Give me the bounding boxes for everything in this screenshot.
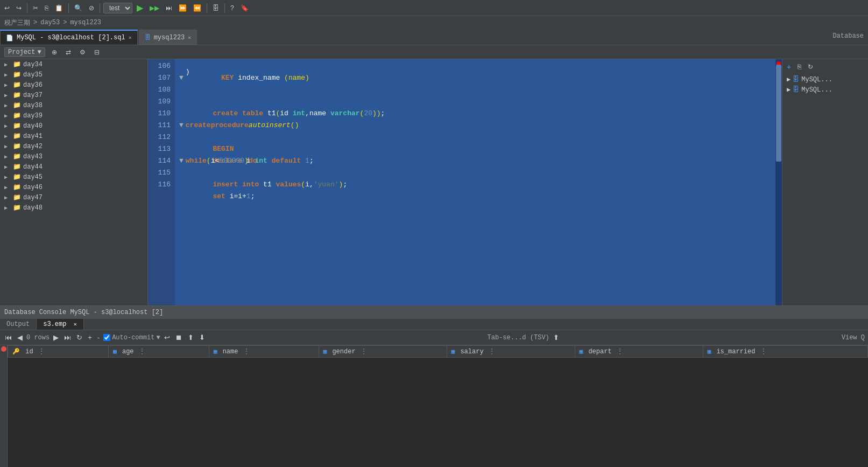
db-panel-label: Database	[832, 32, 864, 40]
tab-mysql223[interactable]: 🗄 mysql223 ✕	[139, 30, 197, 45]
project-bar: Project ▼ ⊕ ⇄ ⚙ ⊟	[0, 45, 868, 59]
auto-commit-check[interactable]	[103, 334, 110, 341]
sidebar-item-day41[interactable]: ▶ 📁 day41	[0, 131, 147, 141]
replace-btn[interactable]: ⊘	[87, 3, 96, 13]
col-salary[interactable]: ▦ salary ⋮	[447, 346, 575, 358]
sidebar-item-day35[interactable]: ▶ 📁 day35	[0, 69, 147, 80]
copy-btn[interactable]: ⎘	[43, 3, 51, 13]
tsv-export-btn[interactable]: ⬆	[552, 333, 561, 342]
auto-commit-checkbox[interactable]: Auto-commit ▼	[103, 334, 160, 341]
project-sidebar: ▶ 📁 day34 ▶ 📁 day35 ▶ 📁 day36 ▶ 📁 day37 …	[0, 59, 148, 305]
code-line-115: insert into t1 values(i,'yuan');	[175, 167, 775, 179]
sidebar-item-day46[interactable]: ▶ 📁 day46	[0, 182, 147, 192]
code-line-113: declare i int default 1;	[175, 143, 775, 155]
tab-close-1[interactable]: ✕	[188, 34, 191, 41]
settings-btn[interactable]: ⚙	[77, 47, 88, 57]
export-btn[interactable]: ⬆	[186, 333, 195, 342]
folder-icon: 📁	[13, 142, 21, 150]
arrow-icon: ▶	[4, 102, 11, 109]
arrow-icon: ▶	[4, 184, 11, 191]
data-table-container[interactable]: 🔑 id ⋮ ▦ age ⋮ ▦ name	[0, 345, 868, 467]
sidebar-item-day40[interactable]: ▶ 📁 day40	[0, 121, 147, 131]
bottom-tab-output[interactable]: Output	[0, 319, 37, 330]
folder-icon: 📁	[13, 101, 21, 109]
step3-btn[interactable]: ⏪	[191, 3, 203, 13]
breadcrumb-item-2[interactable]: mysql223	[70, 19, 101, 26]
next-row-btn[interactable]: ▶	[52, 333, 60, 342]
run-btn[interactable]: ▶	[135, 2, 145, 14]
new-project-btn[interactable]: ⊕	[50, 47, 59, 57]
db-icon-btn[interactable]: 🗄	[210, 3, 221, 13]
table-icon: ▦	[214, 348, 217, 355]
bookmark-btn[interactable]: 🔖	[238, 3, 251, 13]
collapse-btn[interactable]: ⊟	[92, 47, 102, 57]
import-btn[interactable]: ⬇	[197, 333, 207, 342]
last-row-btn[interactable]: ⏭	[62, 333, 73, 342]
tab-close-0[interactable]: ✕	[129, 34, 132, 41]
db-add-btn[interactable]: +	[785, 61, 793, 72]
sidebar-item-day37[interactable]: ▶ 📁 day37	[0, 90, 147, 100]
refresh-data-btn[interactable]: ↻	[75, 333, 84, 342]
sidebar-item-day38[interactable]: ▶ 📁 day38	[0, 100, 147, 110]
undo-data-btn[interactable]: ↩	[163, 333, 172, 342]
sync-btn[interactable]: ⇄	[63, 47, 73, 57]
db-right-item-0[interactable]: ▶ 🗄 MySQL...	[785, 74, 866, 85]
col-name[interactable]: ▦ name ⋮	[209, 346, 319, 358]
folder-icon: 📁	[13, 152, 21, 161]
paste-btn[interactable]: 📋	[53, 3, 65, 13]
step2-btn[interactable]: ⏩	[177, 3, 189, 13]
arrow-icon: ▶	[4, 72, 11, 78]
folder-icon: 📁	[13, 163, 21, 171]
find-btn[interactable]: 🔍	[72, 3, 84, 13]
folder-icon: 📁	[13, 173, 21, 181]
arrow-icon: ▶	[4, 61, 11, 68]
breadcrumb-item-1[interactable]: day53	[40, 19, 60, 26]
bottom-tab-bar: Output s3.emp ✕	[0, 319, 868, 330]
cut-btn[interactable]: ✂	[31, 3, 40, 13]
sidebar-item-day47[interactable]: ▶ 📁 day47	[0, 192, 147, 203]
tab-mysql-sql[interactable]: 📄 MySQL - s3@localhost [2].sql ✕	[0, 30, 138, 45]
code-line-106: KEY index_name (name)	[175, 60, 775, 72]
debug-btn[interactable]: ▶▶	[147, 3, 161, 13]
del-row-btn[interactable]: -	[96, 333, 101, 342]
sidebar-item-day36[interactable]: ▶ 📁 day36	[0, 80, 147, 90]
sidebar-item-day44[interactable]: ▶ 📁 day44	[0, 162, 147, 172]
help-btn[interactable]: ?	[228, 3, 236, 13]
col-id[interactable]: 🔑 id ⋮	[8, 346, 109, 358]
first-row-btn[interactable]: ⏮	[3, 333, 13, 342]
code-editor[interactable]: 106 107 108 109 110 111 112 113 114 115 …	[148, 59, 868, 305]
folder-icon: 📁	[13, 204, 21, 212]
sidebar-item-day42[interactable]: ▶ 📁 day42	[0, 141, 147, 151]
redo-btn[interactable]: ↪	[14, 3, 24, 13]
breadcrumb-item-0[interactable]: 税产三期	[4, 18, 30, 27]
col-depart[interactable]: ▦ depart ⋮	[575, 346, 703, 358]
db-refresh-btn[interactable]: ↻	[806, 62, 815, 72]
arrow-icon: ▶	[4, 123, 11, 129]
project-dropdown[interactable]: Project ▼	[4, 47, 45, 57]
arrow-icon: ▶	[4, 143, 11, 150]
col-is-married[interactable]: ▦ is_married ⋮	[703, 346, 867, 358]
step-btn[interactable]: ⏭	[164, 3, 174, 13]
tab-select-label: Tab-se...d (TSV)	[488, 334, 549, 341]
prev-row-btn[interactable]: ◀	[16, 333, 24, 342]
sidebar-item-day39[interactable]: ▶ 📁 day39	[0, 110, 147, 121]
arrow-icon: ▶	[4, 205, 11, 211]
table-icon: ▦	[113, 348, 117, 355]
stop-btn[interactable]: ⏹	[174, 333, 184, 342]
col-age[interactable]: ▦ age ⋮	[109, 346, 209, 358]
sidebar-item-day43[interactable]: ▶ 📁 day43	[0, 151, 147, 162]
db-copy-btn[interactable]: ⎘	[795, 62, 803, 72]
sidebar-item-day34[interactable]: ▶ 📁 day34	[0, 59, 147, 69]
sidebar-item-day48[interactable]: ▶ 📁 day48	[0, 203, 147, 213]
sidebar-item-day45[interactable]: ▶ 📁 day45	[0, 172, 147, 182]
col-gender[interactable]: ▦ gender ⋮	[319, 346, 447, 358]
bottom-tab-close[interactable]: ✕	[74, 322, 77, 327]
add-row-btn[interactable]: +	[86, 333, 94, 342]
table-scroll[interactable]: 🔑 id ⋮ ▦ age ⋮ ▦ name	[8, 345, 868, 467]
table-icon: ▦	[580, 348, 583, 355]
test-dropdown[interactable]: test	[103, 3, 132, 13]
editor-scrollbar[interactable]	[775, 59, 782, 305]
bottom-tab-s3emp[interactable]: s3.emp ✕	[37, 319, 83, 330]
undo-btn[interactable]: ↩	[2, 3, 12, 13]
db-right-item-1[interactable]: ▶ 🗄 MySQL...	[785, 85, 866, 95]
